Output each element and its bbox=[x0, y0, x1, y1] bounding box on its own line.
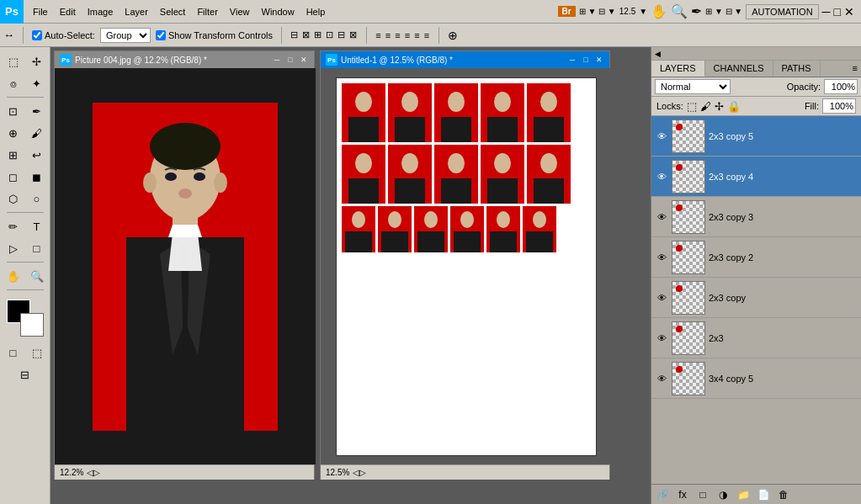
fill-input[interactable] bbox=[822, 98, 856, 114]
dodge-tool[interactable]: ○ bbox=[27, 188, 47, 209]
opacity-input[interactable] bbox=[824, 79, 858, 94]
move-tool[interactable]: ✢ bbox=[27, 51, 47, 72]
tool-row-5: ⊞ ↩ bbox=[3, 144, 48, 166]
eraser-tool[interactable]: ◻ bbox=[3, 167, 24, 187]
quickmask-icon[interactable]: ⬚ bbox=[27, 342, 47, 363]
menu-view[interactable]: View bbox=[224, 5, 256, 19]
layer-name-2x3copy5: 2x3 copy 5 bbox=[709, 131, 858, 141]
spot-heal-tool[interactable]: ⊕ bbox=[3, 123, 24, 143]
type-tool[interactable]: T bbox=[27, 216, 47, 236]
bridge-button[interactable]: Br bbox=[558, 6, 576, 17]
eyedropper-tool[interactable]: ✒ bbox=[27, 101, 47, 121]
layer-item-2x3copy[interactable]: 👁 2x3 copy bbox=[651, 278, 861, 318]
doc2-maximize[interactable]: □ bbox=[581, 55, 591, 65]
doc1-scroll-h[interactable]: ◁▷ bbox=[87, 468, 100, 477]
transform-icon[interactable]: ⊕ bbox=[448, 29, 458, 42]
layer-eye-3x4copy5[interactable]: 👁 bbox=[655, 372, 668, 385]
layer-eye-2x3copy[interactable]: 👁 bbox=[655, 291, 668, 305]
magic-wand-tool[interactable]: ✦ bbox=[27, 73, 47, 93]
align-icons[interactable]: ⊟ ⊠ ⊞ ⊡ ⊟ ⊠ bbox=[290, 29, 358, 40]
maximize-button[interactable]: □ bbox=[834, 5, 841, 19]
svg-point-27 bbox=[540, 92, 557, 112]
tab-channels[interactable]: CHANNELS bbox=[705, 61, 773, 77]
layer-eye-2x3copy5[interactable]: 👁 bbox=[655, 130, 668, 143]
lock-paint-icon[interactable]: 🖌 bbox=[700, 100, 711, 113]
standard-mode-icon[interactable]: □ bbox=[3, 342, 24, 363]
screen-mode-icon[interactable]: ⊟ bbox=[15, 364, 35, 385]
minimize-button[interactable]: ─ bbox=[822, 5, 831, 19]
new-group-icon[interactable]: 📁 bbox=[736, 487, 751, 502]
history-brush-tool[interactable]: ↩ bbox=[27, 145, 47, 165]
blur-tool[interactable]: ⬡ bbox=[3, 188, 24, 209]
color-picker[interactable] bbox=[7, 300, 44, 337]
menu-bar: Ps File Edit Image Layer Select Filter V… bbox=[0, 0, 861, 24]
photo-row-3 bbox=[342, 206, 591, 252]
blend-mode-select[interactable]: Normal Multiply Screen bbox=[655, 79, 731, 94]
clone-tool[interactable]: ⊞ bbox=[3, 145, 24, 165]
lasso-tool[interactable]: ⌾ bbox=[3, 73, 24, 93]
pen-icon[interactable]: ✒ bbox=[691, 3, 702, 19]
workspace-button[interactable]: AUTOMATION bbox=[746, 4, 818, 19]
layer-eye-2x3copy4[interactable]: 👁 bbox=[655, 170, 668, 183]
layer-item-2x3copy5[interactable]: 👁 2x3 copy 5 bbox=[651, 116, 861, 157]
layer-eye-2x3copy3[interactable]: 👁 bbox=[655, 210, 668, 224]
distribute-icons[interactable]: ≡ ≡ ≡ ≡ ≡ ≡ bbox=[375, 30, 430, 40]
move-tool-icon[interactable]: ↔ bbox=[3, 29, 14, 41]
doc2-scroll-h[interactable]: ◁▷ bbox=[353, 468, 366, 477]
menu-help[interactable]: Help bbox=[300, 5, 332, 19]
grid-icon[interactable]: ⊞ ▼ ⊟ ▼ bbox=[705, 7, 742, 16]
gradient-tool[interactable]: ◼ bbox=[27, 167, 47, 187]
doc2-close[interactable]: ✕ bbox=[594, 55, 604, 65]
arrangement-icons[interactable]: ⊞ ▼ ⊟ ▼ bbox=[579, 7, 616, 16]
add-mask-icon[interactable]: □ bbox=[695, 487, 710, 502]
menu-edit[interactable]: Edit bbox=[54, 5, 82, 19]
doc2-minimize[interactable]: ─ bbox=[567, 55, 577, 65]
layer-item-2x3copy2[interactable]: 👁 2x3 copy 2 bbox=[651, 237, 861, 278]
lock-transparent-icon[interactable]: ⬚ bbox=[687, 100, 697, 113]
panel-menu-icon[interactable]: ≡ bbox=[849, 61, 861, 77]
autoselect-dropdown[interactable]: Group Layer bbox=[100, 28, 151, 43]
delete-layer-icon[interactable]: 🗑 bbox=[776, 487, 791, 502]
add-style-icon[interactable]: fx bbox=[675, 487, 690, 502]
hand-tool-icon[interactable]: ✋ bbox=[651, 3, 667, 19]
doc1-close[interactable]: ✕ bbox=[299, 55, 309, 65]
link-layers-icon[interactable]: 🔗 bbox=[655, 487, 670, 502]
showtransform-checkbox[interactable] bbox=[156, 30, 166, 40]
tab-layers[interactable]: LAYERS bbox=[651, 61, 705, 77]
brush-tool[interactable]: 🖌 bbox=[27, 123, 47, 143]
menu-window[interactable]: Window bbox=[256, 5, 300, 19]
lock-all-icon[interactable]: 🔒 bbox=[727, 100, 741, 113]
layer-item-3x4copy5[interactable]: 👁 3x4 copy 5 bbox=[651, 358, 861, 399]
hand-tool[interactable]: ✋ bbox=[3, 266, 24, 286]
close-button[interactable]: ✕ bbox=[844, 5, 854, 19]
layer-item-2x3copy3[interactable]: 👁 2x3 copy 3 bbox=[651, 197, 861, 237]
new-adjustment-icon[interactable]: ◑ bbox=[715, 487, 731, 502]
layer-eye-2x3[interactable]: 👁 bbox=[655, 332, 668, 345]
shape-tool[interactable]: □ bbox=[27, 238, 47, 258]
layer-item-2x3copy4[interactable]: 👁 2x3 copy 4 bbox=[651, 157, 861, 197]
zoom-dropdown[interactable]: ▼ bbox=[639, 7, 647, 16]
crop-tool[interactable]: ⊡ bbox=[3, 101, 24, 121]
doc1-maximize[interactable]: □ bbox=[285, 55, 295, 65]
search-icon[interactable]: 🔍 bbox=[671, 3, 688, 19]
menu-layer[interactable]: Layer bbox=[119, 5, 154, 19]
tool-row-1: ⬚ ✢ bbox=[3, 50, 48, 72]
panel-collapse-bar[interactable]: ◀ bbox=[651, 47, 861, 61]
lock-move-icon[interactable]: ✢ bbox=[715, 100, 724, 113]
layer-item-2x3[interactable]: 👁 2x3 bbox=[651, 318, 861, 358]
menu-file[interactable]: File bbox=[27, 5, 54, 19]
background-color[interactable] bbox=[20, 313, 44, 337]
menu-image[interactable]: Image bbox=[82, 5, 120, 19]
autoselect-checkbox[interactable] bbox=[32, 30, 42, 40]
menu-filter[interactable]: Filter bbox=[191, 5, 223, 19]
path-select-tool[interactable]: ▷ bbox=[3, 238, 24, 258]
zoom-tool[interactable]: 🔍 bbox=[27, 266, 47, 286]
tab-paths[interactable]: PATHS bbox=[773, 61, 821, 77]
pen-path-tool[interactable]: ✏ bbox=[3, 216, 24, 236]
new-layer-icon[interactable]: 📄 bbox=[756, 487, 771, 502]
doc1-minimize[interactable]: ─ bbox=[272, 55, 282, 65]
doc1-controls: ─ □ ✕ bbox=[272, 55, 309, 65]
layer-eye-2x3copy2[interactable]: 👁 bbox=[655, 251, 668, 264]
selection-tool[interactable]: ⬚ bbox=[3, 51, 24, 72]
menu-select[interactable]: Select bbox=[154, 5, 192, 19]
